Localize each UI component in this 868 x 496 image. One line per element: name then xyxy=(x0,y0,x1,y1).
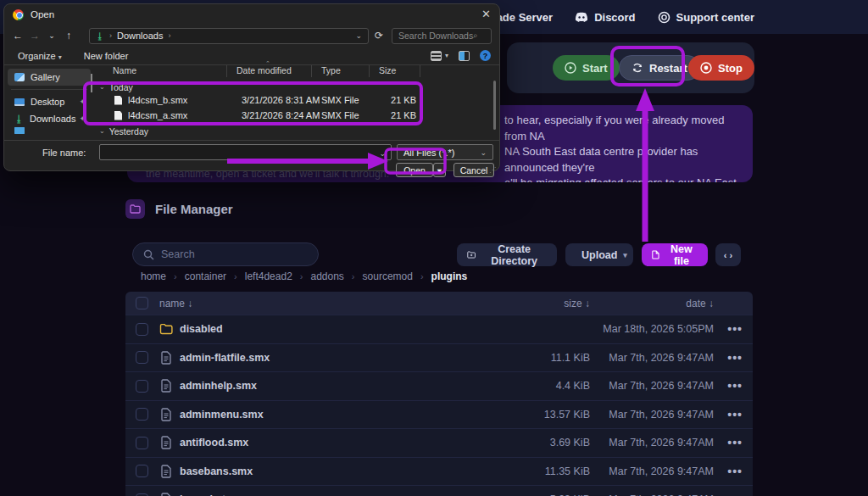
date-modified-column[interactable]: Date modified xyxy=(236,65,292,75)
stop-button[interactable]: Stop xyxy=(688,55,754,81)
file-type-select[interactable]: All Files (*.*) ⌄ xyxy=(397,144,493,160)
new-file-button[interactable]: New file xyxy=(642,243,708,266)
resize-grip[interactable]: ⋰ xyxy=(489,166,496,174)
refresh-icon[interactable]: ⟳ xyxy=(375,30,383,42)
start-button[interactable]: Start xyxy=(553,55,620,81)
group-today[interactable]: ⌄ Today xyxy=(99,81,498,92)
help-icon[interactable]: ? xyxy=(480,50,491,61)
row-menu-button[interactable]: ••• xyxy=(727,465,743,478)
code-editor-toggle-button[interactable]: ‹ › xyxy=(715,243,741,266)
breadcrumb-container[interactable]: container xyxy=(185,270,226,282)
discord-icon xyxy=(575,12,588,23)
breadcrumb-home[interactable]: home xyxy=(141,270,166,282)
file-name-input[interactable]: ⌄ xyxy=(99,144,392,160)
support-center-link[interactable]: Support center xyxy=(658,10,754,24)
file-icon xyxy=(114,96,122,105)
address-bar[interactable]: ⭳ › Downloads › ⌄ xyxy=(89,28,369,44)
dialog-file-row-l4dcsm-a[interactable]: l4dcsm_a.smx 3/21/2026 8:24 AM SMX File … xyxy=(99,108,498,123)
chevron-right-icon: › xyxy=(420,271,424,281)
forward-icon[interactable]: → xyxy=(26,30,43,42)
screen: ↑ Upgrade Server Discord Support center xyxy=(0,0,868,496)
sidebar-item-desktop[interactable]: Desktop ✦ xyxy=(8,93,91,110)
type-column[interactable]: Type xyxy=(321,65,341,75)
code-icon: ‹ › xyxy=(724,250,732,260)
sidebar-item-gallery[interactable]: Gallery xyxy=(8,69,91,86)
breadcrumb: home › container › left4dead2 › addons ›… xyxy=(141,270,467,282)
row-name: antiflood.smx xyxy=(180,437,248,449)
row-checkbox[interactable] xyxy=(136,380,148,393)
sidebar-item-downloads[interactable]: ⭳ Downloads ✦ xyxy=(8,110,91,127)
create-directory-button[interactable]: Create Directory xyxy=(457,243,557,266)
search-icon xyxy=(143,249,154,260)
row-date: Mar 7th, 2026 9:47AM xyxy=(609,352,714,364)
list-scrollbar[interactable] xyxy=(493,81,496,130)
date-column-header[interactable]: date ↓ xyxy=(686,298,714,309)
documents-icon xyxy=(14,127,25,134)
name-column[interactable]: Name xyxy=(113,65,136,75)
row-menu-button[interactable]: ••• xyxy=(727,408,743,421)
back-icon[interactable]: ← xyxy=(9,30,26,42)
row-menu-button[interactable]: ••• xyxy=(727,436,743,449)
desktop-icon xyxy=(14,98,25,106)
new-folder-button[interactable]: New folder xyxy=(84,51,129,61)
folder-icon xyxy=(159,322,173,336)
pin-icon: ✦ xyxy=(79,98,86,106)
chevron-right-icon: › xyxy=(352,271,355,281)
size-column[interactable]: Size xyxy=(379,65,396,75)
up-icon[interactable]: ↑ xyxy=(60,30,77,42)
row-menu-button[interactable]: ••• xyxy=(727,322,743,336)
row-checkbox[interactable] xyxy=(136,465,148,477)
server-actions-panel: Start Restart Stop xyxy=(507,42,754,93)
select-all-checkbox[interactable] xyxy=(136,297,148,309)
address-dropdown-icon[interactable]: ⌄ xyxy=(355,31,362,40)
sidebar-scrollbar[interactable] xyxy=(91,74,92,92)
dialog-title-bar[interactable]: Open ✕ xyxy=(4,4,499,25)
breadcrumb-plugins[interactable]: plugins xyxy=(431,270,468,282)
name-column-header[interactable]: name ↓ xyxy=(159,298,192,309)
row-menu-button[interactable]: ••• xyxy=(727,351,743,365)
close-icon[interactable]: ✕ xyxy=(481,8,491,20)
address-location: Downloads xyxy=(117,31,163,41)
row-checkbox[interactable] xyxy=(136,408,148,421)
breadcrumb-addons[interactable]: addons xyxy=(310,270,343,282)
open-split-dropdown[interactable]: ▾ xyxy=(433,163,446,177)
group-yesterday[interactable]: ⌄ Yesterday xyxy=(99,125,498,137)
sidebar-item-partial[interactable] xyxy=(8,127,91,134)
table-row-disabled[interactable]: disabled Mar 18th, 2026 5:05PM ••• xyxy=(125,315,753,343)
row-name: disabled xyxy=(180,323,223,335)
table-row-adminhelp[interactable]: adminhelp.smx 4.4 KiB Mar 7th, 2026 9:47… xyxy=(125,371,753,400)
breadcrumb-sourcemod[interactable]: sourcemod xyxy=(363,270,413,282)
row-menu-button[interactable]: ••• xyxy=(727,493,743,496)
search-input[interactable] xyxy=(161,248,297,260)
size-column-header[interactable]: size ↓ xyxy=(564,298,590,309)
file-icon xyxy=(159,408,173,421)
search-box xyxy=(132,242,319,266)
row-checkbox[interactable] xyxy=(136,323,148,336)
recent-locations-icon[interactable]: ⌄ xyxy=(43,31,60,40)
breadcrumb-left4dead2[interactable]: left4dead2 xyxy=(245,270,292,282)
table-row-adminmenu[interactable]: adminmenu.smx 13.57 KiB Mar 7th, 2026 9:… xyxy=(125,400,753,429)
discord-label: Discord xyxy=(594,11,635,24)
row-size: 13.57 KiB xyxy=(544,409,590,421)
cancel-button[interactable]: Cancel xyxy=(453,163,494,177)
table-row-antiflood[interactable]: antiflood.smx 3.69 KiB Mar 7th, 2026 9:4… xyxy=(125,428,753,457)
table-row-basechat-partial[interactable]: basechat.smx 5.93 KiB Mar 7th, 2026 9:47… xyxy=(125,485,753,496)
row-date: Mar 7th, 2026 9:47AM xyxy=(609,437,714,449)
preview-pane-icon[interactable] xyxy=(459,51,470,61)
organize-menu[interactable]: Organize ▾ xyxy=(18,51,62,61)
discord-link[interactable]: Discord xyxy=(575,10,635,24)
dialog-nav-bar: ← → ⌄ ↑ ⭳ › Downloads › ⌄ ⟳ ⌕ xyxy=(4,25,499,47)
row-checkbox[interactable] xyxy=(136,437,148,449)
table-row-basebans[interactable]: basebans.smx 11.35 KiB Mar 7th, 2026 9:4… xyxy=(125,457,753,486)
table-row-admin-flatfile[interactable]: admin-flatfile.smx 11.1 KiB Mar 7th, 202… xyxy=(125,343,753,372)
stop-icon xyxy=(700,62,712,74)
view-mode-button[interactable]: ▾ xyxy=(431,51,448,61)
dialog-search-input[interactable] xyxy=(398,31,473,41)
row-checkbox[interactable] xyxy=(136,351,148,364)
dialog-file-row-l4dcsm-b[interactable]: l4dcsm_b.smx 3/21/2026 8:31 AM SMX File … xyxy=(99,92,498,108)
chevron-right-icon: › xyxy=(168,31,170,40)
row-name: admin-flatfile.smx xyxy=(180,352,270,364)
upload-button[interactable]: Upload ▾ xyxy=(565,243,633,266)
row-menu-button[interactable]: ••• xyxy=(727,379,743,393)
open-button[interactable]: Open xyxy=(396,163,433,177)
